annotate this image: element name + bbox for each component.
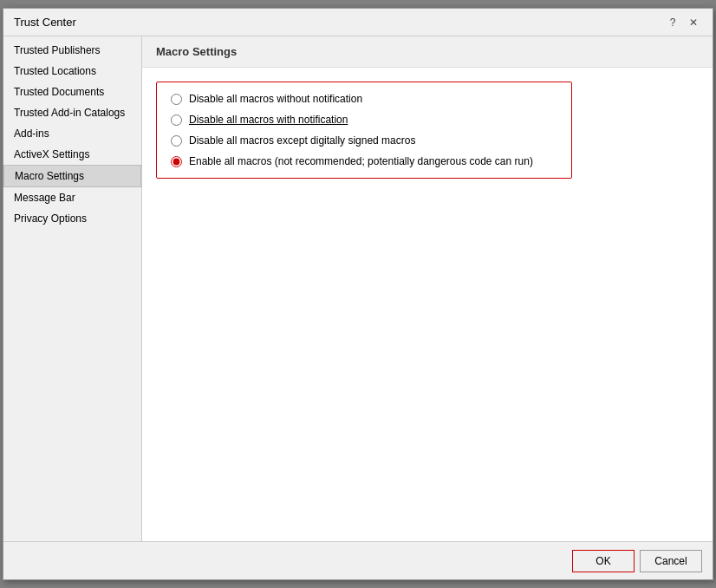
radio-label-disable-signed: Disable all macros except digitally sign… xyxy=(189,134,415,147)
radio-label-disable-no-notify: Disable all macros without notification xyxy=(189,93,362,105)
radio-disable-signed[interactable] xyxy=(171,135,182,147)
radio-enable-all[interactable] xyxy=(171,156,182,167)
sidebar-item-trusted-locations[interactable]: Trusted Locations xyxy=(3,61,141,82)
sidebar-item-activex-settings[interactable]: ActiveX Settings xyxy=(3,144,141,165)
sidebar: Trusted PublishersTrusted LocationsTrust… xyxy=(3,36,142,541)
close-button[interactable]: ✕ xyxy=(685,14,702,31)
content-area: Macro Settings Disable all macros withou… xyxy=(142,36,713,541)
help-button[interactable]: ? xyxy=(664,14,681,31)
radio-item-disable-no-notify[interactable]: Disable all macros without notification xyxy=(171,93,557,105)
sidebar-item-trusted-documents[interactable]: Trusted Documents xyxy=(3,82,141,102)
radio-item-disable-notify[interactable]: Disable all macros with notification xyxy=(171,114,557,126)
sidebar-item-message-bar[interactable]: Message Bar xyxy=(3,187,141,208)
radio-label-enable-all: Enable all macros (not recommended; pote… xyxy=(189,155,533,167)
title-bar: Trust Center ? ✕ xyxy=(3,9,713,36)
sidebar-item-macro-settings[interactable]: Macro Settings xyxy=(3,165,141,187)
ok-button[interactable]: OK xyxy=(572,550,635,572)
radio-item-disable-signed[interactable]: Disable all macros except digitally sign… xyxy=(171,134,557,147)
section-title: Macro Settings xyxy=(142,36,713,68)
trust-center-dialog: Trust Center ? ✕ Trusted PublishersTrust… xyxy=(3,8,713,580)
radio-item-enable-all[interactable]: Enable all macros (not recommended; pote… xyxy=(171,155,557,167)
dialog-title: Trust Center xyxy=(14,16,76,29)
dialog-footer: OK Cancel xyxy=(3,541,713,579)
sidebar-item-add-ins[interactable]: Add-ins xyxy=(3,123,141,144)
cancel-button[interactable]: Cancel xyxy=(640,550,702,572)
sidebar-item-trusted-add-in-catalogs[interactable]: Trusted Add-in Catalogs xyxy=(3,102,141,123)
sidebar-item-trusted-publishers[interactable]: Trusted Publishers xyxy=(3,40,141,61)
radio-disable-no-notify[interactable] xyxy=(171,94,182,105)
title-bar-controls: ? ✕ xyxy=(664,14,702,31)
radio-disable-notify[interactable] xyxy=(171,114,182,126)
radio-label-disable-notify: Disable all macros with notification xyxy=(189,114,348,126)
dialog-body: Trusted PublishersTrusted LocationsTrust… xyxy=(3,36,713,541)
macro-settings-box: Disable all macros without notificationD… xyxy=(156,82,572,179)
sidebar-item-privacy-options[interactable]: Privacy Options xyxy=(3,208,141,229)
